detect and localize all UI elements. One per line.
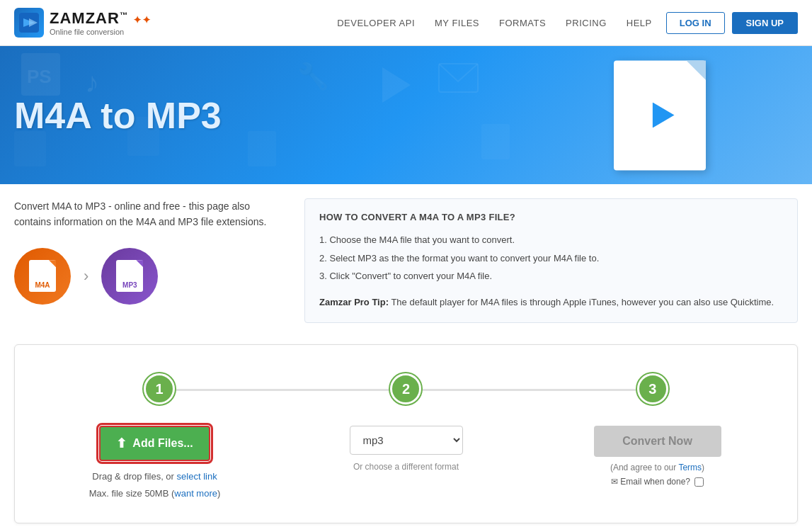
mp3-label: MP3	[122, 281, 137, 289]
banner-title: M4A to MP3	[14, 94, 222, 137]
logo-text: ZAMZAR™ ✦✦ Online file conversion	[50, 9, 151, 36]
info-box: HOW TO CONVERT A M4A TO A MP3 FILE? 1. C…	[304, 198, 798, 323]
svg-text:♪: ♪	[85, 67, 99, 98]
logo-icon	[14, 8, 44, 38]
step-col-3: Convert Now (And agree to our Terms) ✉ E…	[539, 426, 776, 487]
svg-text:🔧: 🔧	[297, 61, 329, 91]
svg-rect-12	[14, 131, 46, 166]
banner-file-icon	[614, 60, 706, 170]
select-link[interactable]: select link	[177, 471, 217, 482]
steps-row: 1 2 3	[36, 373, 776, 404]
svg-rect-11	[481, 124, 510, 159]
logo-name: ZAMZAR™ ✦✦	[50, 9, 151, 28]
banner: PS ♪ 🔧 M4A to MP3	[0, 46, 812, 184]
step-col-2: mp3 mp4 wav aac ogg flac Or choose a dif…	[287, 426, 525, 472]
step-item-3: 3	[530, 373, 776, 404]
format-hint: Or choose a different format	[353, 462, 459, 472]
m4a-doc-shape: M4A	[29, 260, 56, 292]
convert-button[interactable]: Convert Now	[594, 426, 721, 457]
nav-formats[interactable]: FORMATS	[499, 18, 546, 28]
description-text: Convert M4A to MP3 - online and free - t…	[14, 198, 283, 230]
svg-marker-7	[382, 67, 411, 103]
step-circle-2: 2	[390, 373, 421, 404]
conversion-icons: M4A › MP3	[14, 248, 283, 305]
want-more-link[interactable]: want more	[174, 488, 217, 499]
info-step-3: 3. Click "Convert" to convert your M4A f…	[319, 267, 783, 285]
info-step-1: 1. Choose the M4A file that you want to …	[319, 231, 783, 249]
agree-text: (And agree to our Terms)	[610, 463, 704, 472]
nav-help[interactable]: HELP	[627, 18, 652, 28]
m4a-icon: M4A	[14, 248, 71, 305]
add-files-label: Add Files...	[132, 437, 193, 450]
converter-box: 1 2 3 ⬆ Add Files... Drag & drop files, …	[14, 344, 798, 523]
header: ZAMZAR™ ✦✦ Online file conversion DEVELO…	[0, 0, 812, 46]
right-section: HOW TO CONVERT A M4A TO A MP3 FILE? 1. C…	[304, 198, 798, 323]
info-title: HOW TO CONVERT A M4A TO A MP3 FILE?	[319, 212, 783, 222]
mp3-icon: MP3	[101, 248, 158, 305]
logo-area: ZAMZAR™ ✦✦ Online file conversion	[14, 8, 151, 38]
drag-drop-text: Drag & drop files, or select link Max. f…	[89, 468, 221, 502]
step-content-row: ⬆ Add Files... Drag & drop files, or sel…	[36, 426, 776, 502]
nav-developer-api[interactable]: DEVELOPER API	[337, 18, 415, 28]
mp3-doc-shape: MP3	[116, 260, 143, 292]
conversion-arrow: ›	[84, 267, 88, 285]
email-row: ✉ Email when done?	[611, 477, 704, 487]
info-steps: 1. Choose the M4A file that you want to …	[319, 231, 783, 285]
step-item-2: 2	[282, 373, 529, 404]
terms-link[interactable]: Terms	[678, 463, 702, 472]
nav-pricing[interactable]: PRICING	[566, 18, 607, 28]
step-col-1: ⬆ Add Files... Drag & drop files, or sel…	[36, 426, 273, 502]
format-select[interactable]: mp3 mp4 wav aac ogg flac	[350, 426, 463, 455]
main-content: Convert M4A to MP3 - online and free - t…	[0, 184, 812, 337]
main-nav: DEVELOPER API MY FILES FORMATS PRICING H…	[337, 18, 652, 28]
m4a-label: M4A	[35, 281, 50, 289]
logo-sub: Online file conversion	[50, 28, 151, 36]
step-circle-1: 1	[144, 373, 175, 404]
svg-text:PS: PS	[27, 66, 52, 87]
email-label: ✉ Email when done?	[611, 477, 690, 487]
step-circle-3: 3	[637, 373, 668, 404]
add-files-button[interactable]: ⬆ Add Files...	[99, 426, 210, 461]
left-section: Convert M4A to MP3 - online and free - t…	[14, 198, 283, 323]
step-item-1: 1	[36, 373, 282, 404]
email-checkbox[interactable]	[694, 477, 704, 487]
pro-tip: Zamzar Pro Tip: The default player for M…	[319, 295, 783, 310]
signup-button[interactable]: SIGN UP	[732, 12, 798, 34]
login-button[interactable]: LOG IN	[666, 12, 725, 34]
svg-rect-8	[439, 64, 478, 92]
svg-rect-9	[248, 131, 276, 166]
info-step-2: 2. Select MP3 as the the format you want…	[319, 249, 783, 268]
upload-icon: ⬆	[116, 436, 127, 451]
nav-my-files[interactable]: MY FILES	[435, 18, 479, 28]
